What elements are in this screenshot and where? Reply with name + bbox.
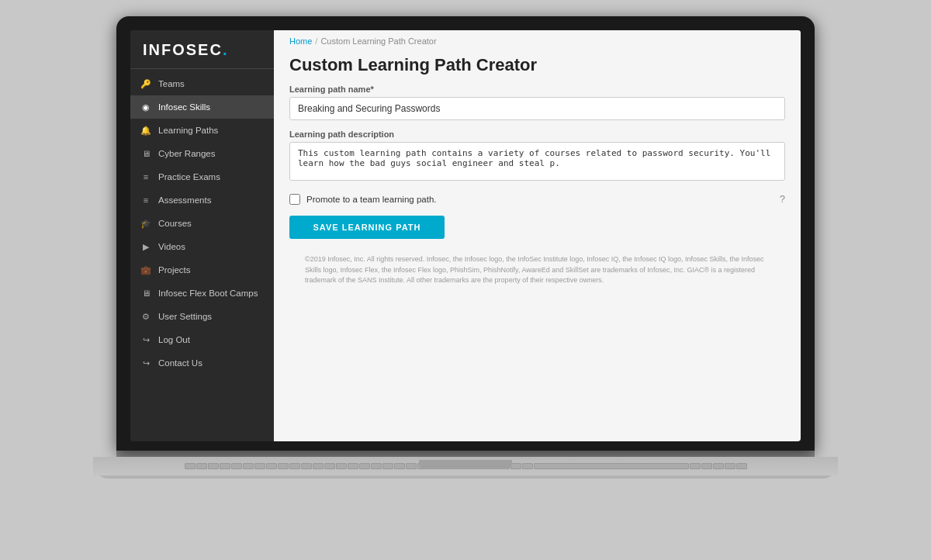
sidebar-item-label: Projects xyxy=(158,265,191,275)
sidebar-item-teams[interactable]: 🔑 Teams xyxy=(130,72,274,95)
sidebar-item-label: Learning Paths xyxy=(158,126,218,135)
sidebar-item-label: Teams xyxy=(158,79,185,88)
sidebar-item-practice-exams[interactable]: ≡ Practice Exams xyxy=(130,165,274,188)
sidebar-item-log-out[interactable]: ↪ Log Out xyxy=(130,328,274,351)
key xyxy=(301,463,312,469)
sidebar-item-videos[interactable]: ▶ Videos xyxy=(130,235,274,258)
page-header: Custom Learning Path Creator xyxy=(274,52,801,85)
key xyxy=(348,463,358,469)
key xyxy=(278,463,289,469)
laptop-hinge xyxy=(116,451,815,457)
key xyxy=(406,463,417,469)
logo-dot: . xyxy=(223,41,229,58)
promote-checkbox-row: Promote to a team learning path. ? xyxy=(289,193,785,205)
learning-path-description-input[interactable] xyxy=(289,142,785,181)
key xyxy=(464,463,475,469)
list2-icon: ≡ xyxy=(140,194,152,206)
form-area: Learning path name* Learning path descri… xyxy=(274,85,801,441)
key xyxy=(185,463,196,469)
key xyxy=(231,463,242,469)
sidebar-item-learning-paths[interactable]: 🔔 Learning Paths xyxy=(130,119,274,142)
key xyxy=(452,463,463,469)
name-group: Learning path name* xyxy=(289,85,785,120)
key xyxy=(359,463,370,469)
sidebar-item-infosec-flex-boot-camps[interactable]: 🖥 Infosec Flex Boot Camps xyxy=(130,282,274,305)
key xyxy=(429,463,440,469)
sidebar-item-label: Cyber Ranges xyxy=(158,149,216,158)
breadcrumb-separator: / xyxy=(315,36,317,46)
contact-icon: ↪ xyxy=(140,357,152,369)
sidebar-item-label: User Settings xyxy=(158,312,212,321)
sidebar-item-label: Videos xyxy=(158,242,185,251)
key xyxy=(487,463,498,469)
keyboard-keys xyxy=(147,463,784,469)
key xyxy=(499,463,510,469)
breadcrumb-home[interactable]: Home xyxy=(289,36,312,46)
sidebar-item-user-settings[interactable]: ⚙ User Settings xyxy=(130,305,274,328)
key xyxy=(394,463,405,469)
sidebar-item-label: Infosec Flex Boot Camps xyxy=(158,289,258,298)
briefcase-icon: 💼 xyxy=(140,264,152,276)
logout-icon: ↪ xyxy=(140,334,152,346)
key xyxy=(701,463,712,469)
sidebar: INFOSEC. 🔑 Teams ◉ Infosec Skills 🔔 Lear… xyxy=(130,30,274,441)
key xyxy=(713,463,724,469)
key xyxy=(736,463,747,469)
key xyxy=(371,463,382,469)
key xyxy=(208,463,219,469)
key xyxy=(313,463,324,469)
circle-icon: ◉ xyxy=(140,101,152,113)
spacebar xyxy=(534,463,689,469)
breadcrumb-current: Custom Learning Path Creator xyxy=(320,36,436,46)
sidebar-nav: 🔑 Teams ◉ Infosec Skills 🔔 Learning Path… xyxy=(130,69,274,441)
key xyxy=(324,463,335,469)
key xyxy=(243,463,254,469)
main-content: Home / Custom Learning Path Creator Cust… xyxy=(274,30,801,441)
breadcrumb: Home / Custom Learning Path Creator xyxy=(274,30,801,52)
keyboard-area xyxy=(93,457,838,475)
sidebar-item-cyber-ranges[interactable]: 🖥 Cyber Ranges xyxy=(130,142,274,165)
sidebar-item-label: Assessments xyxy=(158,195,211,205)
key xyxy=(441,463,452,469)
sidebar-item-infosec-skills[interactable]: ◉ Infosec Skills xyxy=(130,95,274,119)
promote-checkbox[interactable] xyxy=(289,194,300,205)
key xyxy=(266,463,277,469)
sidebar-item-label: Infosec Skills xyxy=(158,102,210,112)
graduation-icon: 🎓 xyxy=(140,217,152,230)
logo: INFOSEC. xyxy=(130,30,274,69)
description-label: Learning path description xyxy=(289,130,785,139)
key xyxy=(336,463,347,469)
sidebar-item-projects[interactable]: 💼 Projects xyxy=(130,258,274,282)
bell-icon: 🔔 xyxy=(140,124,152,137)
monitor-icon: 🖥 xyxy=(140,147,152,160)
key xyxy=(690,463,701,469)
key-icon: 🔑 xyxy=(140,78,152,90)
key xyxy=(196,463,207,469)
key xyxy=(725,463,735,469)
laptop-base xyxy=(93,457,838,479)
sidebar-item-contact-us[interactable]: ↪ Contact Us xyxy=(130,351,274,375)
logo-text: INFOSEC xyxy=(143,41,223,58)
key xyxy=(254,463,265,469)
key xyxy=(289,463,300,469)
page-title: Custom Learning Path Creator xyxy=(289,55,785,75)
key xyxy=(417,463,428,469)
learning-path-name-input[interactable] xyxy=(289,97,785,120)
promote-label: Promote to a team learning path. xyxy=(306,195,437,204)
sidebar-item-label: Contact Us xyxy=(158,358,202,368)
footer-text: ©2019 Infosec, Inc. All rights reserved.… xyxy=(289,239,785,294)
sidebar-item-label: Practice Exams xyxy=(158,172,220,181)
key xyxy=(220,463,230,469)
question-mark-icon[interactable]: ? xyxy=(780,193,785,205)
sidebar-item-label: Log Out xyxy=(158,335,190,344)
save-learning-path-button[interactable]: SAVE LEARNING PATH xyxy=(289,216,445,239)
description-group: Learning path description xyxy=(289,130,785,184)
name-label: Learning path name* xyxy=(289,85,785,94)
key xyxy=(476,463,486,469)
key xyxy=(510,463,521,469)
sidebar-item-courses[interactable]: 🎓 Courses xyxy=(130,212,274,235)
key xyxy=(522,463,533,469)
gear-icon: ⚙ xyxy=(140,310,152,323)
sidebar-item-assessments[interactable]: ≡ Assessments xyxy=(130,188,274,212)
list-icon: ≡ xyxy=(140,171,152,183)
